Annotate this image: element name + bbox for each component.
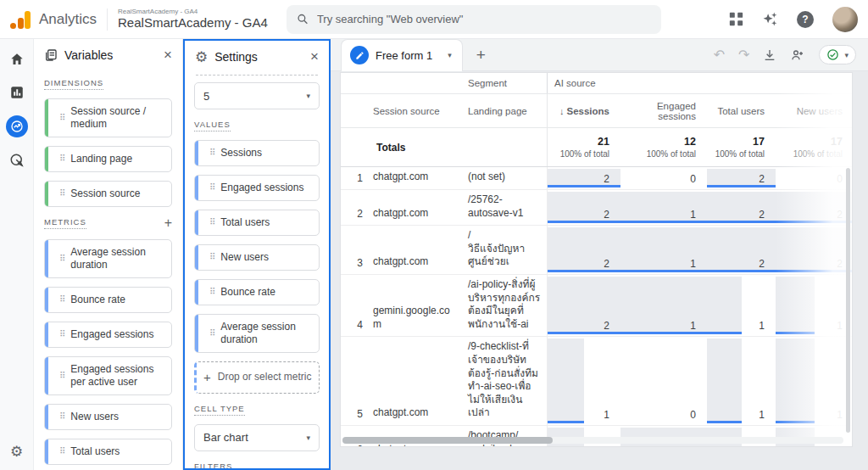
cell-value: 1 xyxy=(837,409,843,421)
value-chip[interactable]: ⠿New users xyxy=(194,244,320,271)
analytics-logo[interactable]: Analytics xyxy=(10,9,97,30)
chip-label: Landing page xyxy=(70,153,132,165)
cell-session-source: chatgpt.com xyxy=(366,226,461,274)
drag-handle-icon[interactable]: ⠿ xyxy=(209,252,214,263)
chip-accent xyxy=(45,405,48,429)
explore-nav-icon-active[interactable] xyxy=(6,115,28,137)
variables-icon xyxy=(44,48,58,62)
drag-handle-icon[interactable]: ⠿ xyxy=(59,329,64,340)
search-input[interactable] xyxy=(317,13,651,25)
drop-metric-zone[interactable]: + Drop or select metric xyxy=(194,361,320,394)
search-bar[interactable] xyxy=(287,5,661,34)
dimension-chip[interactable]: ⠿Session source / medium xyxy=(44,98,172,137)
redo-icon[interactable]: ↷ xyxy=(738,47,749,63)
chip-label: Engaged sessions xyxy=(220,182,303,194)
cell-metric: 0 xyxy=(620,167,707,189)
metric-chip[interactable]: ⠿Engaged sessions xyxy=(44,322,172,348)
drag-handle-icon[interactable]: ⠿ xyxy=(209,182,214,193)
drag-handle-icon[interactable]: ⠿ xyxy=(59,154,64,165)
undo-icon[interactable]: ↶ xyxy=(714,47,725,63)
metric-chip[interactable]: ⠿New users xyxy=(44,404,172,430)
chevron-down-icon: ▾ xyxy=(306,434,310,442)
value-chip[interactable]: ⠿Total users xyxy=(194,210,320,236)
dimensions-label: DIMENSIONS xyxy=(44,78,103,90)
cell-value: 1 xyxy=(604,445,609,447)
variables-close-icon[interactable]: × xyxy=(164,47,172,64)
col-header-sessions[interactable]: ↓Sessions xyxy=(547,94,620,127)
value-chip[interactable]: ⠿Average session duration xyxy=(194,314,320,353)
apps-grid-icon[interactable] xyxy=(729,12,743,26)
cell-type-dropdown[interactable]: Bar chart ▾ xyxy=(194,424,320,451)
drag-handle-icon[interactable]: ⠿ xyxy=(209,328,214,339)
chip-label: Total users xyxy=(220,216,270,229)
cell-value: 2 xyxy=(759,173,765,185)
col-header-total-users[interactable]: Total users xyxy=(707,94,776,127)
home-nav-icon[interactable] xyxy=(7,49,27,70)
add-tab-icon[interactable]: + xyxy=(476,46,486,64)
cell-session-source: chatgpt.com xyxy=(366,167,461,189)
cell-metric: 2 xyxy=(707,190,776,225)
property-path: RealSmartAcademy - GA4 xyxy=(118,8,268,15)
drag-handle-icon[interactable]: ⠿ xyxy=(59,113,64,124)
drag-handle-icon[interactable]: ⠿ xyxy=(59,411,64,422)
table-row: 5chatgpt.com/9-checklist-ที่เจ้าของบริษั… xyxy=(341,337,852,426)
col-header-session-source[interactable]: Session source xyxy=(366,94,461,127)
scrollbar-thumb[interactable] xyxy=(342,437,553,444)
drag-handle-icon[interactable]: ⠿ xyxy=(59,254,64,265)
drag-handle-icon[interactable]: ⠿ xyxy=(209,287,214,298)
drag-handle-icon[interactable]: ⠿ xyxy=(59,446,64,457)
saved-status-button[interactable]: ▾ xyxy=(819,45,856,64)
dimension-chip[interactable]: ⠿Session source xyxy=(44,181,172,207)
cell-metric: 1 xyxy=(620,226,707,274)
topbar-divider xyxy=(107,8,108,31)
horizontal-scrollbar[interactable] xyxy=(342,437,843,444)
chip-label: Bounce rate xyxy=(70,294,125,306)
col-header-new-users[interactable]: New users xyxy=(776,94,853,127)
cell-value: 2 xyxy=(604,320,609,332)
cell-value: 2 xyxy=(759,258,765,270)
settings-gear-icon: ⚙ xyxy=(195,50,208,64)
property-selector[interactable]: RealSmartAcademy - GA4 RealSmartAcademy … xyxy=(118,8,268,30)
vertical-scrollbar[interactable] xyxy=(846,168,850,433)
drag-handle-icon[interactable]: ⠿ xyxy=(209,148,214,159)
dimension-chip[interactable]: ⠿Landing page xyxy=(44,146,172,172)
drag-handle-icon[interactable]: ⠿ xyxy=(59,188,64,199)
tab-free-form-1[interactable]: Free form 1 ▾ xyxy=(341,39,463,71)
edit-pencil-icon xyxy=(350,46,369,64)
value-chip[interactable]: ⠿Engaged sessions xyxy=(194,175,320,201)
cell-metric: 1 xyxy=(776,337,853,425)
drag-handle-icon[interactable]: ⠿ xyxy=(209,217,214,228)
metric-chip[interactable]: ⠿Total users xyxy=(44,439,172,465)
drag-handle-icon[interactable]: ⠿ xyxy=(59,294,64,305)
metric-chip[interactable]: ⠿Engaged sessions per active user xyxy=(44,356,172,395)
segment-value[interactable]: AI source xyxy=(547,73,853,93)
help-icon[interactable]: ? xyxy=(797,11,814,28)
cell-landing-page: (not set) xyxy=(461,167,547,189)
add-metric-icon[interactable]: + xyxy=(164,215,172,231)
chip-label: Session source xyxy=(70,187,140,200)
metric-chip[interactable]: ⠿Average session duration xyxy=(44,239,172,278)
user-avatar[interactable] xyxy=(832,7,858,32)
reports-nav-icon[interactable] xyxy=(7,82,27,103)
download-icon[interactable] xyxy=(763,48,776,62)
metric-chip[interactable]: ⠿Bounce rate xyxy=(44,287,172,313)
admin-gear-icon[interactable]: ⚙ xyxy=(7,441,27,462)
col-header-landing-page[interactable]: Landing page xyxy=(461,94,547,127)
settings-close-icon[interactable]: × xyxy=(310,48,319,65)
chip-accent xyxy=(195,315,198,352)
table-body: 1chatgpt.com(not set)20202chatgpt.com/25… xyxy=(341,167,852,447)
drag-handle-icon[interactable]: ⠿ xyxy=(59,371,64,382)
cell-value: 2 xyxy=(837,258,843,270)
ai-sparkle-icon[interactable] xyxy=(762,11,778,27)
advertising-nav-icon[interactable] xyxy=(7,150,27,171)
cell-bar xyxy=(707,339,742,423)
value-chip[interactable]: ⠿Sessions xyxy=(194,140,320,166)
cell-value: 1 xyxy=(690,209,696,221)
value-chip[interactable]: ⠿Bounce rate xyxy=(194,279,320,305)
show-rows-dropdown[interactable]: 5 ▾ xyxy=(194,82,320,109)
share-user-icon[interactable] xyxy=(790,48,805,62)
table-header-row: Session source Landing page ↓Sessions En… xyxy=(341,94,852,128)
col-header-engaged-sessions[interactable]: Engaged sessions xyxy=(620,94,707,127)
chevron-down-icon[interactable]: ▾ xyxy=(448,51,452,59)
cell-value: 2 xyxy=(604,209,609,221)
